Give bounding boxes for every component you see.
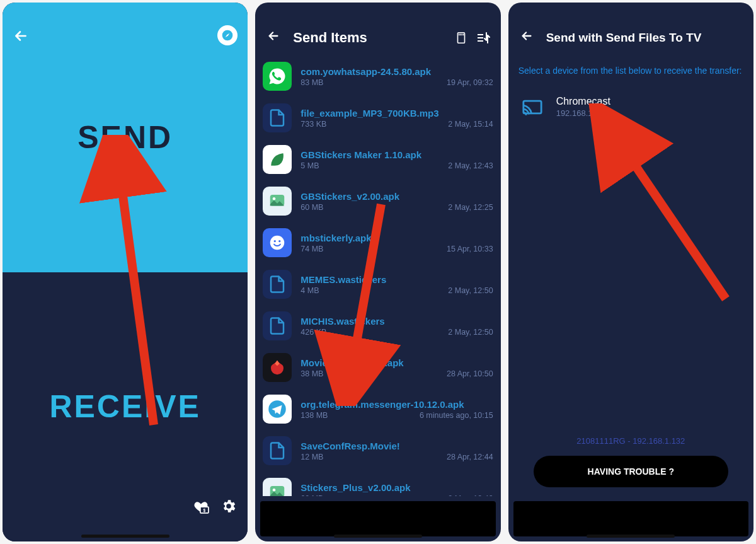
svg-point-15 (278, 240, 280, 242)
file-size: 12 MB (301, 453, 323, 461)
svg-point-12 (273, 197, 276, 200)
file-size: 733 KB (301, 120, 326, 129)
having-trouble-button[interactable]: HAVING TROUBLE ? (534, 456, 728, 487)
file-meta: 733 KB2 May, 15:14 (301, 120, 493, 129)
appbar: Send with Send Files To TV (508, 20, 753, 55)
file-name: Stickers_Plus_v2.00.apk (301, 482, 493, 493)
screen-send-items: Send Items com.yowhatsapp-24.5.80.apk83 … (255, 3, 500, 541)
file-info: MICHIS.wastickers426 KB2 May, 12:50 (292, 316, 493, 337)
storage-icon[interactable] (450, 31, 472, 45)
file-row[interactable]: org.telegram.messenger-10.12.0.apk138 MB… (260, 388, 495, 430)
file-meta: 60 MB2 May, 12:40 (301, 494, 493, 497)
file-row[interactable]: Stickers_Plus_v2.00.apk60 MB2 May, 12:40 (260, 472, 495, 496)
nav-handle[interactable] (81, 535, 169, 538)
file-row[interactable]: file_example_MP3_700KB.mp3733 KB2 May, 1… (260, 97, 495, 139)
file-row[interactable]: GBStickers Maker 1.10.apk5 MB2 May, 12:4… (260, 139, 495, 180)
instruction-text: Select a device from the list below to r… (508, 55, 753, 91)
file-name: GBStickers_v2.00.apk (301, 191, 493, 202)
file-info: org.telegram.messenger-10.12.0.apk138 MB… (292, 399, 493, 420)
file-row[interactable]: MoviePlus.android.apk38 MB28 Apr, 10:50 (260, 347, 495, 388)
back-icon[interactable] (515, 29, 539, 47)
file-size: 74 MB (301, 245, 323, 253)
file-size: 83 MB (301, 78, 323, 87)
file-meta: 138 MB6 minutes ago, 10:15 (301, 411, 493, 420)
sort-icon[interactable] (472, 30, 495, 45)
smiley-icon (263, 228, 292, 257)
file-time: 28 Apr, 12:44 (447, 453, 493, 461)
file-icon (263, 103, 292, 132)
file-info: MoviePlus.android.apk38 MB28 Apr, 10:50 (292, 357, 493, 378)
nav-handle[interactable] (587, 535, 675, 538)
file-info: mbstickerly.apk74 MB15 Apr, 10:33 (292, 233, 493, 253)
file-size: 5 MB (301, 161, 319, 170)
file-row[interactable]: MICHIS.wastickers426 KB2 May, 12:50 (260, 305, 495, 347)
nav-handle[interactable] (334, 535, 422, 538)
file-icon (263, 311, 292, 340)
ad-banner (513, 501, 748, 536)
device-row[interactable]: Chromecast 192.168.1.140 (508, 91, 753, 123)
picture-icon (263, 187, 292, 216)
file-name: file_example_MP3_700KB.mp3 (301, 108, 493, 119)
file-name: org.telegram.messenger-10.12.0.apk (301, 399, 493, 410)
screen-select-device: Send with Send Files To TV Select a devi… (508, 3, 753, 541)
file-time: 2 May, 12:40 (448, 494, 493, 497)
file-info: SaveConfResp.Movie!12 MB28 Apr, 12:44 (292, 441, 493, 461)
back-icon[interactable] (13, 28, 29, 49)
file-meta: 5 MB2 May, 12:43 (301, 161, 493, 170)
appbar: Send Items (255, 20, 500, 55)
file-size: 60 MB (301, 494, 323, 497)
svg-point-14 (274, 240, 276, 242)
leaf-icon (263, 145, 292, 174)
ad-banner (260, 501, 495, 536)
svg-text:$: $ (203, 508, 206, 513)
file-row[interactable]: GBStickers_v2.00.apk60 MB2 May, 12:25 (260, 180, 495, 222)
back-icon[interactable] (261, 29, 285, 47)
file-size: 38 MB (301, 369, 323, 378)
device-ip: 192.168.1.140 (556, 108, 610, 118)
bottom-actions: $ (192, 497, 238, 515)
compass-icon[interactable] (217, 25, 238, 45)
file-row[interactable]: mbstickerly.apk74 MB15 Apr, 10:33 (260, 222, 495, 263)
donate-icon[interactable]: $ (192, 497, 210, 515)
file-meta: 83 MB19 Apr, 09:32 (301, 78, 493, 87)
file-info: com.yowhatsapp-24.5.80.apk83 MB19 Apr, 0… (292, 66, 493, 87)
file-time: 2 May, 12:50 (448, 328, 493, 337)
cast-icon (518, 96, 546, 118)
screen-send-receive: SEND RECEIVE $ (3, 3, 248, 541)
file-name: SaveConfResp.Movie! (301, 441, 493, 451)
file-icon (263, 270, 292, 299)
receive-panel[interactable]: RECEIVE $ (3, 272, 248, 542)
device-name: Chromecast (556, 96, 610, 107)
file-time: 28 Apr, 10:50 (447, 369, 493, 378)
file-icon (263, 436, 292, 465)
movie-icon (263, 353, 292, 382)
file-name: MoviePlus.android.apk (301, 357, 493, 368)
send-panel[interactable]: SEND (3, 3, 248, 272)
file-size: 426 KB (301, 328, 326, 337)
file-info: file_example_MP3_700KB.mp3733 KB2 May, 1… (292, 108, 493, 129)
settings-icon[interactable] (220, 497, 238, 515)
file-row[interactable]: SaveConfResp.Movie!12 MB28 Apr, 12:44 (260, 430, 495, 472)
file-info: GBStickers Maker 1.10.apk5 MB2 May, 12:4… (292, 149, 493, 170)
file-meta: 426 KB2 May, 12:50 (301, 328, 493, 337)
file-info: Stickers_Plus_v2.00.apk60 MB2 May, 12:40 (292, 482, 493, 497)
receive-label: RECEIVE (49, 388, 201, 425)
telegram-icon (263, 395, 292, 424)
svg-line-23 (612, 132, 726, 299)
file-name: MEMES.wastickers (301, 274, 493, 285)
file-name: com.yowhatsapp-24.5.80.apk (301, 66, 493, 77)
device-info: Chromecast 192.168.1.140 (546, 96, 610, 118)
file-size: 60 MB (301, 203, 323, 212)
file-list[interactable]: com.yowhatsapp-24.5.80.apk83 MB19 Apr, 0… (255, 55, 500, 496)
file-row[interactable]: com.yowhatsapp-24.5.80.apk83 MB19 Apr, 0… (260, 55, 495, 97)
file-info: MEMES.wastickers4 MB2 May, 12:50 (292, 274, 493, 295)
screen-title: Send with Send Files To TV (539, 31, 747, 45)
file-time: 15 Apr, 10:33 (447, 245, 493, 253)
whatsapp-icon (263, 62, 292, 91)
screen-title: Send Items (285, 30, 450, 46)
file-time: 2 May, 12:43 (448, 161, 493, 170)
file-meta: 38 MB28 Apr, 10:50 (301, 369, 493, 378)
svg-point-13 (270, 236, 285, 250)
file-row[interactable]: MEMES.wastickers4 MB2 May, 12:50 (260, 263, 495, 305)
local-device-info: 21081111RG - 192.168.1.132 (508, 436, 753, 456)
